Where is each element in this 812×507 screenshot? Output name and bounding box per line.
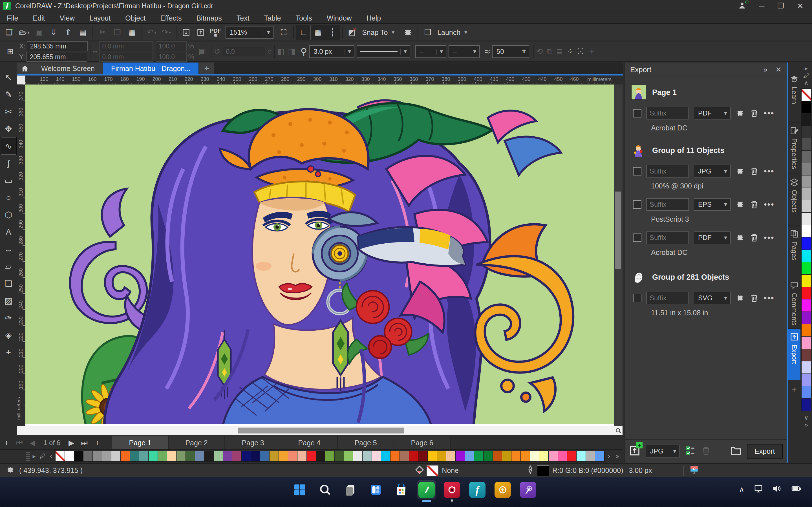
- menu-item[interactable]: Text: [237, 14, 250, 22]
- show-guidelines-button[interactable]: ┆: [325, 25, 340, 40]
- palette-swatch[interactable]: [269, 451, 279, 461]
- palette-swatch[interactable]: [511, 451, 521, 461]
- export-settings-gear-icon[interactable]: [735, 167, 745, 176]
- suffix-input[interactable]: [647, 292, 689, 304]
- menu-item[interactable]: File: [7, 14, 18, 22]
- select-all-checkbox-icon[interactable]: [686, 446, 696, 457]
- palette-swatch[interactable]: [121, 451, 130, 461]
- menu-item[interactable]: Help: [366, 14, 381, 22]
- palette-swatch[interactable]: [586, 451, 595, 461]
- horizontal-scrollbar-thumb[interactable]: [238, 428, 404, 434]
- copy-button[interactable]: ❐: [110, 25, 124, 40]
- menu-item[interactable]: Bitmaps: [196, 14, 221, 22]
- launch-dropdown[interactable]: ▼: [463, 30, 468, 36]
- palette-expand-icon[interactable]: »: [613, 453, 622, 460]
- previous-page-icon[interactable]: ◀: [26, 436, 39, 449]
- palette-swatch[interactable]: [456, 451, 465, 461]
- outline-color-swatch[interactable]: [537, 465, 549, 476]
- suffix-input[interactable]: [647, 107, 689, 119]
- format-select[interactable]: PDF▼: [694, 231, 730, 244]
- docker-tab-objects[interactable]: Objects: [788, 174, 801, 226]
- palette-swatch[interactable]: [802, 237, 811, 250]
- zoom-corner-button[interactable]: [614, 426, 622, 435]
- mirror-vertical-icon[interactable]: ◨: [288, 48, 295, 55]
- palette-swatch[interactable]: [484, 451, 493, 461]
- palette-scroll-down-icon[interactable]: ∨: [802, 414, 811, 421]
- page-tab[interactable]: Page 5: [338, 436, 394, 449]
- menu-item[interactable]: Window: [327, 14, 352, 22]
- photo-paint-taskbar-icon[interactable]: [443, 481, 461, 499]
- docker-tab-comments[interactable]: Comments: [788, 277, 801, 329]
- minimize-button[interactable]: ─: [759, 2, 764, 10]
- palette-swatch[interactable]: [539, 451, 549, 461]
- import-button[interactable]: [179, 25, 193, 40]
- chevron-down-icon[interactable]: ▼: [400, 49, 410, 55]
- toolbox-tool[interactable]: ◈: [1, 327, 16, 344]
- show-grid-button[interactable]: ▦: [311, 25, 325, 40]
- toolbox-tool[interactable]: ✑: [1, 309, 16, 327]
- print-button[interactable]: ▤: [75, 25, 90, 40]
- palette-swatch[interactable]: [802, 89, 811, 101]
- toolbox-tool[interactable]: ↖: [1, 69, 16, 86]
- object-height-field[interactable]: [99, 52, 153, 62]
- border-icon[interactable]: ⧉: [547, 48, 552, 55]
- palette-swatch[interactable]: [251, 451, 260, 461]
- microsoft-store-icon[interactable]: [392, 481, 410, 499]
- add-property-button[interactable]: +: [589, 47, 595, 56]
- palette-options-arrow-icon[interactable]: ▸: [802, 65, 811, 72]
- toolbox-tool[interactable]: ∿: [1, 137, 16, 155]
- suffix-input[interactable]: [647, 165, 689, 177]
- snap-to-dropdown[interactable]: ▼: [391, 30, 396, 36]
- palette-swatch[interactable]: [139, 451, 149, 461]
- slider-handle-icon[interactable]: ⵌ: [519, 48, 529, 55]
- snap-off-icon[interactable]: ◩✕: [345, 25, 360, 40]
- smoothing-slider[interactable]: 50ⵌ: [492, 45, 529, 58]
- palette-swatch[interactable]: [158, 451, 167, 461]
- palette-swatch[interactable]: [802, 126, 811, 138]
- y-position-field[interactable]: [27, 52, 87, 62]
- drawing-canvas[interactable]: [26, 84, 614, 426]
- palette-swatch[interactable]: [325, 451, 335, 461]
- add-docker-button[interactable]: +: [792, 384, 797, 395]
- start-button[interactable]: [290, 481, 309, 499]
- close-docker-icon[interactable]: ✕: [775, 65, 781, 74]
- display-cast-icon[interactable]: [754, 484, 763, 494]
- close-curve-icon[interactable]: ⟲: [536, 48, 543, 55]
- palette-swatch[interactable]: [93, 451, 102, 461]
- palette-swatch[interactable]: [802, 361, 811, 374]
- toolbox-tool[interactable]: ▱: [1, 258, 16, 275]
- tab-active-document[interactable]: Firman Hatibu - Dragon...: [103, 62, 199, 74]
- palette-arrow-icon[interactable]: ▸: [30, 453, 38, 460]
- export-settings-gear-icon[interactable]: [735, 233, 745, 242]
- widgets-icon[interactable]: [366, 481, 385, 499]
- more-options-icon[interactable]: •••: [764, 200, 774, 209]
- palette-swatch[interactable]: [802, 262, 811, 275]
- palette-swatch[interactable]: [802, 163, 811, 175]
- page-tab[interactable]: Page 4: [282, 436, 338, 449]
- toolbox-tool[interactable]: ∫: [1, 155, 16, 172]
- palette-scroll-up-icon[interactable]: ∧: [802, 79, 811, 87]
- outline-width-select[interactable]: 3.0 px▼: [309, 45, 354, 58]
- palette-swatch[interactable]: [802, 101, 811, 114]
- first-page-icon[interactable]: ⏮: [13, 436, 26, 449]
- toolbox-tool[interactable]: ▨: [1, 292, 16, 309]
- export-button[interactable]: [193, 25, 208, 40]
- last-page-icon[interactable]: ⏭: [78, 436, 91, 449]
- palette-swatch[interactable]: [186, 451, 195, 461]
- palette-swatch[interactable]: [232, 451, 242, 461]
- palette-swatch[interactable]: [111, 451, 121, 461]
- task-view-icon[interactable]: [341, 481, 360, 499]
- palette-swatch[interactable]: [437, 451, 446, 461]
- cut-button[interactable]: ✂: [95, 25, 110, 40]
- export-settings-gear-icon[interactable]: [735, 200, 745, 209]
- palette-swatch[interactable]: [802, 337, 811, 349]
- palette-swatch[interactable]: [802, 287, 811, 299]
- format-select[interactable]: EPS▼: [694, 198, 730, 211]
- toolbox-tool[interactable]: ⬡: [1, 206, 16, 223]
- palette-swatch[interactable]: [493, 451, 502, 461]
- palette-swatch[interactable]: [802, 175, 811, 188]
- palette-swatch[interactable]: [307, 451, 316, 461]
- palette-scroll-right-icon[interactable]: ›: [605, 453, 613, 460]
- mirror-horizontal-icon[interactable]: ◧: [277, 48, 285, 55]
- user-account-icon[interactable]: ⏻: [738, 1, 746, 11]
